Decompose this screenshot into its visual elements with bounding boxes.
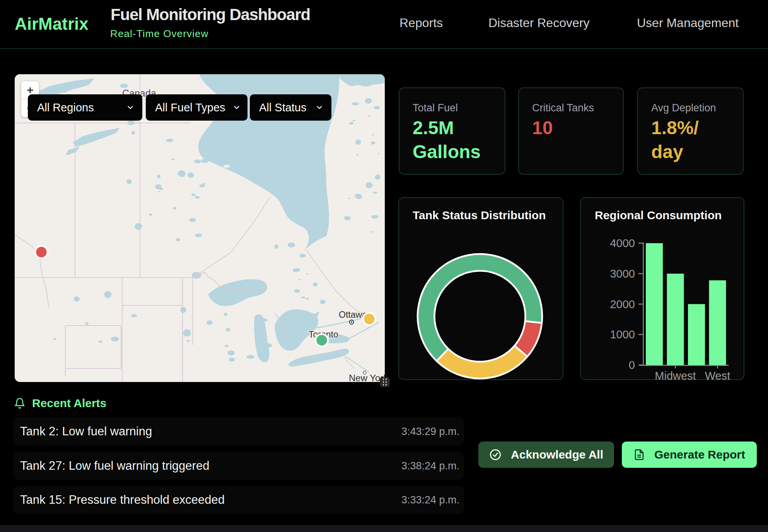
svg-text:2000: 2000 [610, 298, 635, 310]
svg-text:0: 0 [629, 359, 635, 371]
fuel-monitoring-dashboard: AirMatrix Fuel Monitoring Dashboard Real… [0, 0, 768, 532]
page-subtitle: Real-Time Overview [110, 28, 208, 39]
chevron-down-icon [232, 103, 241, 112]
regional-consumption-card: Regional Consumption 01000200030004000Mi… [580, 197, 744, 380]
alert-time: 3:43:29 p.m. [401, 426, 459, 438]
acknowledge-all-label: Acknowledge All [511, 448, 603, 461]
stat-value-avg-depletion: 1.8%/​day [651, 116, 713, 164]
region-filter-select[interactable]: All Regions [28, 94, 142, 121]
chevron-down-icon [315, 103, 324, 112]
stat-card-total-fuel: Total Fuel 2.5M Gallons [399, 87, 505, 175]
svg-text:1000: 1000 [610, 328, 635, 341]
alerts-heading: Recent Alerts [32, 397, 106, 410]
status-filter-select[interactable]: All Status [250, 94, 331, 121]
tank-status-donut-chart [399, 198, 564, 381]
chevron-down-icon [126, 103, 135, 112]
region-filter-value: All Regions [37, 101, 94, 114]
alert-row[interactable]: Tank 2: Low fuel warning 3:43:29 p.m. [13, 418, 464, 445]
alert-row[interactable]: Tank 15: Pressure threshold exceeded 3:3… [13, 486, 464, 514]
bell-icon [14, 397, 26, 410]
nav-disaster-recovery[interactable]: Disaster Recovery [488, 16, 589, 29]
check-circle-icon [489, 448, 502, 461]
regional-consumption-bar-chart: 01000200030004000MidwestWest [581, 198, 745, 381]
bar-chart-title: Regional Consumption [595, 209, 722, 222]
alert-row[interactable]: Tank 27: Low fuel warning triggered 3:38… [13, 452, 464, 480]
svg-text:3000: 3000 [610, 268, 635, 280]
tank-status-card: Tank Status Distribution [398, 197, 563, 380]
alert-time: 3:33:24 p.m. [401, 494, 459, 506]
status-filter-value: All Status [259, 101, 307, 114]
stat-value-critical-tanks: 10 [532, 116, 553, 140]
fuel-type-filter-value: All Fuel Types [155, 101, 225, 114]
stat-value-total-fuel: 2.5M Gallons [413, 116, 486, 164]
app-logo: AirMatrix [15, 15, 89, 32]
header: AirMatrix Fuel Monitoring Dashboard Real… [0, 0, 768, 49]
alert-message: Tank 27: Low fuel warning triggered [20, 459, 209, 473]
svg-text:4000: 4000 [610, 237, 635, 249]
resize-grip-handle[interactable] [380, 377, 390, 387]
map-marker-warning[interactable] [363, 313, 375, 325]
stat-label: Total Fuel [413, 102, 458, 114]
stat-card-critical-tanks: Critical Tanks 10 [518, 87, 624, 175]
map-marker-normal[interactable] [316, 334, 328, 346]
generate-report-button[interactable]: Generate Report [622, 442, 757, 468]
alert-message: Tank 15: Pressure threshold exceeded [20, 493, 225, 507]
acknowledge-all-button[interactable]: Acknowledge All [478, 442, 614, 468]
svg-text:West: West [705, 370, 730, 381]
nav-reports[interactable]: Reports [399, 16, 443, 29]
nav-user-management[interactable]: User Management [637, 16, 739, 29]
map-marker-critical[interactable] [35, 246, 48, 258]
stat-label: Critical Tanks [532, 102, 594, 114]
alert-time: 3:38:24 p.m. [401, 460, 459, 472]
generate-report-label: Generate Report [654, 448, 745, 461]
alert-message: Tank 2: Low fuel warning [20, 425, 152, 438]
file-text-icon [633, 449, 645, 460]
stat-card-avg-depletion: Avg Depletion 1.8%/​day [637, 87, 744, 175]
svg-text:Midwest: Midwest [655, 370, 696, 381]
page-title: Fuel Monitoring Dashboard [111, 6, 310, 24]
fuel-type-filter-select[interactable]: All Fuel Types [146, 94, 247, 121]
stat-label: Avg Depletion [651, 102, 716, 114]
map[interactable]: Canada Ottawa Toronto New York + − All R… [15, 74, 385, 382]
donut-chart-title: Tank Status Distribution [413, 209, 546, 222]
footer-bar [0, 525, 768, 532]
